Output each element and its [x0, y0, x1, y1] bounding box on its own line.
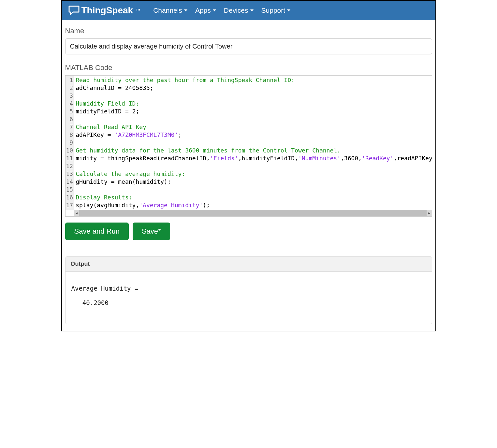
code-gutter: 1234567891011121314151617 [66, 76, 75, 210]
content-area: Name MATLAB Code 12345678910111213141516… [62, 20, 435, 331]
nav-item-apps[interactable]: Apps [195, 7, 216, 14]
scrollbar-track[interactable] [79, 210, 427, 216]
scroll-left-icon[interactable]: ◂ [74, 210, 79, 216]
save-and-run-button[interactable]: Save and Run [65, 223, 129, 240]
nav-item-label: Devices [224, 7, 248, 14]
caret-down-icon [184, 9, 187, 11]
button-row: Save and Run Save* [65, 223, 432, 240]
output-header: Output [66, 257, 432, 272]
horizontal-scrollbar[interactable]: ◂ ▸ [74, 210, 432, 216]
code-editor[interactable]: 1234567891011121314151617 Read humidity … [65, 75, 432, 217]
trademark: ™ [136, 8, 140, 13]
name-label: Name [65, 27, 432, 35]
brand-text: ThingSpeak [81, 5, 133, 16]
nav-links: Channels Apps Devices Support [153, 7, 290, 14]
scroll-right-icon[interactable]: ▸ [427, 210, 432, 216]
code-lines[interactable]: Read humidity over the past hour from a … [74, 76, 431, 210]
nav-item-label: Channels [153, 7, 182, 14]
nav-item-devices[interactable]: Devices [224, 7, 254, 14]
output-panel: Output Average Humidity = 40.2000 [65, 256, 432, 324]
nav-item-label: Apps [195, 7, 211, 14]
save-button[interactable]: Save* [133, 223, 170, 240]
brand-logo[interactable]: ThingSpeak™ [68, 5, 140, 16]
code-label: MATLAB Code [65, 64, 432, 72]
nav-item-channels[interactable]: Channels [153, 7, 187, 14]
speech-bubble-icon [68, 6, 80, 15]
nav-item-support[interactable]: Support [261, 7, 291, 14]
navbar: ThingSpeak™ Channels Apps Devices Suppor… [62, 1, 435, 20]
nav-item-label: Support [261, 7, 285, 14]
output-body: Average Humidity = 40.2000 [66, 272, 432, 324]
name-input[interactable] [65, 38, 432, 54]
caret-down-icon [213, 9, 216, 11]
caret-down-icon [250, 9, 254, 11]
caret-down-icon [287, 9, 290, 11]
